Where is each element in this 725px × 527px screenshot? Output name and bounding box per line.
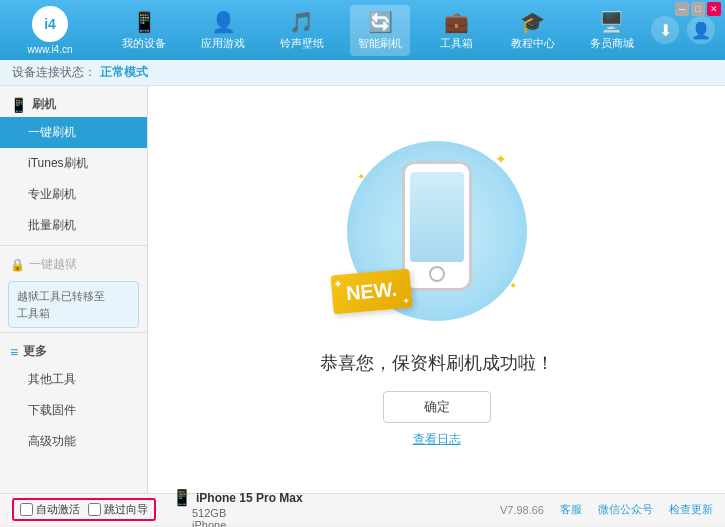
sparkle-icon-2: ✦ xyxy=(357,171,365,182)
sidebar-item-pro-flash[interactable]: 专业刷机 xyxy=(0,179,147,210)
lock-icon: 🔒 xyxy=(10,258,25,272)
flash-section-label: 刷机 xyxy=(32,96,56,113)
bottom-left: 自动激活 跳过向导 📱 iPhone 15 Pro Max 512GB iPho… xyxy=(12,488,492,527)
auto-activate-checkbox[interactable] xyxy=(20,503,33,516)
device-name-row: 📱 iPhone 15 Pro Max xyxy=(172,488,303,507)
guide-activate-item[interactable]: 跳过向导 xyxy=(88,502,148,517)
status-bar: 设备连接状态： 正常模式 xyxy=(0,60,725,86)
jailbreak-notice: 越狱工具已转移至工具箱 xyxy=(8,281,139,328)
guide-activate-label: 跳过向导 xyxy=(104,502,148,517)
nav-toolbox[interactable]: 💼 工具箱 xyxy=(429,5,484,56)
minimize-button[interactable]: ─ xyxy=(675,2,689,16)
sidebar-item-download-firmware[interactable]: 下载固件 xyxy=(0,395,147,426)
more-section-label: 更多 xyxy=(23,343,47,360)
download-firmware-label: 下载固件 xyxy=(28,403,76,417)
more-section-icon: ≡ xyxy=(10,344,18,360)
maximize-button[interactable]: □ xyxy=(691,2,705,16)
nav-flash-label: 智能刷机 xyxy=(358,36,402,51)
notice-text: 越狱工具已转移至工具箱 xyxy=(17,290,105,319)
flash-icon: 🔄 xyxy=(368,10,393,34)
header-right: ⬇ 👤 xyxy=(651,16,715,44)
nav-my-device-label: 我的设备 xyxy=(122,36,166,51)
nav-tutorial[interactable]: 🎓 教程中心 xyxy=(503,5,563,56)
phone-screen xyxy=(410,172,464,262)
status-label[interactable]: 客服 xyxy=(560,502,582,517)
phone-illustration xyxy=(402,161,472,291)
auto-activate-item[interactable]: 自动激活 xyxy=(20,502,80,517)
close-button[interactable]: ✕ xyxy=(707,2,721,16)
nav-merchant[interactable]: 🖥️ 务员商城 xyxy=(582,5,642,56)
nav-ringtones-label: 铃声壁纸 xyxy=(280,36,324,51)
itunes-flash-label: iTunes刷机 xyxy=(28,156,88,170)
nav-ringtones[interactable]: 🎵 铃声壁纸 xyxy=(272,5,332,56)
tutorial-icon: 🎓 xyxy=(520,10,545,34)
sidebar-item-itunes-flash[interactable]: iTunes刷机 xyxy=(0,148,147,179)
sidebar-item-one-key-flash[interactable]: 一键刷机 xyxy=(0,117,147,148)
main-layout: 📱 刷机 一键刷机 iTunes刷机 专业刷机 批量刷机 🔒 一键越狱 越狱工具… xyxy=(0,86,725,493)
one-key-flash-label: 一键刷机 xyxy=(28,125,76,139)
nav-my-device[interactable]: 📱 我的设备 xyxy=(114,5,174,56)
advanced-label: 高级功能 xyxy=(28,434,76,448)
sidebar: 📱 刷机 一键刷机 iTunes刷机 专业刷机 批量刷机 🔒 一键越狱 越狱工具… xyxy=(0,86,148,493)
device-icon: 📱 xyxy=(132,10,157,34)
checkbox-group: 自动激活 跳过向导 xyxy=(12,498,156,521)
device-info: 📱 iPhone 15 Pro Max 512GB iPhone xyxy=(172,488,303,527)
apps-icon: 👤 xyxy=(211,10,236,34)
nav-toolbox-label: 工具箱 xyxy=(440,36,473,51)
device-storage: 512GB xyxy=(192,507,303,519)
logo-text: i4 xyxy=(44,16,56,32)
status-value: 正常模式 xyxy=(100,64,148,81)
bottom-bar: 自动激活 跳过向导 📱 iPhone 15 Pro Max 512GB iPho… xyxy=(0,493,725,525)
header: i4 www.i4.cn 📱 我的设备 👤 应用游戏 🎵 铃声壁纸 🔄 智能刷机… xyxy=(0,0,725,60)
sidebar-item-batch-flash[interactable]: 批量刷机 xyxy=(0,210,147,241)
device-type: iPhone xyxy=(192,519,303,527)
nav-apps-games[interactable]: 👤 应用游戏 xyxy=(193,5,253,56)
toolbox-icon: 💼 xyxy=(444,10,469,34)
nav-merchant-label: 务员商城 xyxy=(590,36,634,51)
success-illustration: ✦ ✦ ✦ NEW. xyxy=(337,131,537,331)
check-update-label[interactable]: 检查更新 xyxy=(669,502,713,517)
sidebar-section-flash: 📱 刷机 xyxy=(0,90,147,117)
nav-items: 📱 我的设备 👤 应用游戏 🎵 铃声壁纸 🔄 智能刷机 💼 工具箱 🎓 教程中心… xyxy=(105,5,651,56)
sidebar-item-other-tools[interactable]: 其他工具 xyxy=(0,364,147,395)
logo-circle: i4 xyxy=(32,6,68,42)
jailbreak-label: 一键越狱 xyxy=(29,256,77,273)
content-area: ✦ ✦ ✦ NEW. 恭喜您，保资料刷机成功啦！ 确定 查看日志 xyxy=(148,86,725,493)
flash-section-icon: 📱 xyxy=(10,97,27,113)
device-phone-icon: 📱 xyxy=(172,488,192,507)
status-prefix: 设备连接状态： xyxy=(12,64,96,81)
sidebar-section-jailbreak: 🔒 一键越狱 xyxy=(0,250,147,277)
ringtones-icon: 🎵 xyxy=(289,10,314,34)
sparkle-icon-3: ✦ xyxy=(509,280,517,291)
sparkle-icon-1: ✦ xyxy=(495,151,507,167)
log-link[interactable]: 查看日志 xyxy=(413,431,461,448)
guide-activate-checkbox[interactable] xyxy=(88,503,101,516)
new-badge: NEW. xyxy=(330,269,412,315)
pro-flash-label: 专业刷机 xyxy=(28,187,76,201)
batch-flash-label: 批量刷机 xyxy=(28,218,76,232)
device-name: iPhone 15 Pro Max xyxy=(196,491,303,505)
nav-smart-flash[interactable]: 🔄 智能刷机 xyxy=(350,5,410,56)
logo: i4 www.i4.cn xyxy=(10,6,90,55)
app-url: www.i4.cn xyxy=(27,44,72,55)
phone-home-button xyxy=(429,266,445,282)
wechat-label[interactable]: 微信公众号 xyxy=(598,502,653,517)
download-button[interactable]: ⬇ xyxy=(651,16,679,44)
success-text: 恭喜您，保资料刷机成功啦！ xyxy=(320,351,554,375)
user-button[interactable]: 👤 xyxy=(687,16,715,44)
other-tools-label: 其他工具 xyxy=(28,372,76,386)
auto-activate-label: 自动激活 xyxy=(36,502,80,517)
bottom-right: V7.98.66 客服 微信公众号 检查更新 xyxy=(500,502,713,517)
version-label: V7.98.66 xyxy=(500,504,544,516)
sidebar-section-more: ≡ 更多 xyxy=(0,337,147,364)
nav-apps-label: 应用游戏 xyxy=(201,36,245,51)
confirm-button[interactable]: 确定 xyxy=(383,391,491,423)
sidebar-item-advanced[interactable]: 高级功能 xyxy=(0,426,147,457)
nav-tutorial-label: 教程中心 xyxy=(511,36,555,51)
merchant-icon: 🖥️ xyxy=(599,10,624,34)
